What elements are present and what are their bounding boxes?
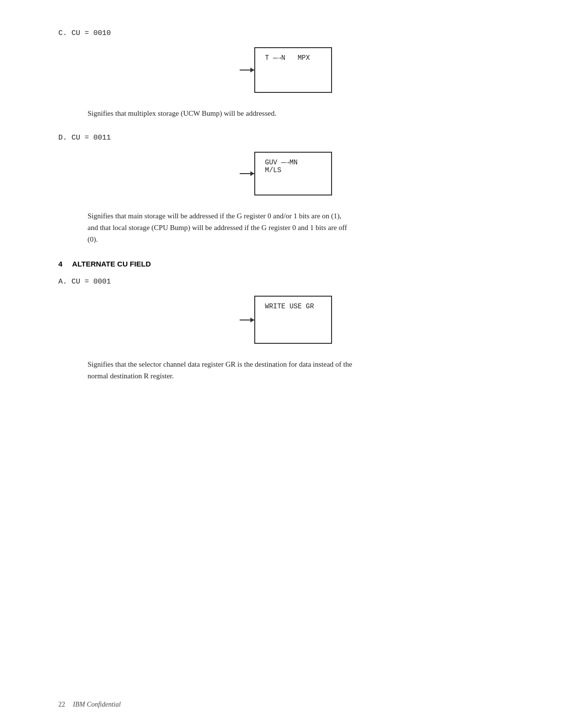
section-c: C. CU = 0010 T —→N MPX Signifies that mu… bbox=[58, 29, 513, 119]
section-4a: A. CU = 0001 WRITE USE GR Signifies that… bbox=[58, 278, 513, 382]
diagram-4a-box: WRITE USE GR bbox=[254, 296, 332, 344]
diagram-4a-line1: WRITE USE GR bbox=[265, 302, 321, 310]
connector-4a bbox=[240, 320, 254, 320]
section-d-description: Signifies that main storage will be addr… bbox=[88, 210, 513, 245]
footer-page-number: 22 bbox=[58, 701, 65, 709]
section-4-title: ALTERNATE CU FIELD bbox=[72, 260, 151, 268]
section-c-label: C. CU = 0010 bbox=[58, 29, 513, 37]
diagram-d-wrapper: GUV —→MN M/LS bbox=[240, 152, 332, 195]
diagram-4a-wrapper: WRITE USE GR bbox=[240, 296, 332, 344]
section-4a-label: A. CU = 0001 bbox=[58, 278, 513, 286]
footer-title: IBM Confidential bbox=[73, 701, 121, 709]
section-c-diagram: T —→N MPX bbox=[58, 47, 513, 93]
diagram-d-box: GUV —→MN M/LS bbox=[254, 152, 332, 195]
page: C. CU = 0010 T —→N MPX Signifies that mu… bbox=[0, 0, 562, 728]
diagram-c-line1: T —→N MPX bbox=[265, 54, 321, 62]
diagram-d-line1: GUV —→MN bbox=[265, 159, 321, 166]
section-d-diagram: GUV —→MN M/LS bbox=[58, 152, 513, 195]
diagram-c-box: T —→N MPX bbox=[254, 47, 332, 93]
section-c-description: Signifies that multiplex storage (UCW Bu… bbox=[88, 107, 513, 119]
section-d-label: D. CU = 0011 bbox=[58, 134, 513, 142]
diagram-d-spacer bbox=[265, 174, 321, 189]
section-4-number: 4 bbox=[58, 260, 62, 268]
diagram-c-wrapper: T —→N MPX bbox=[240, 47, 332, 93]
diagram-d-line2: M/LS bbox=[265, 166, 321, 174]
section-4a-diagram: WRITE USE GR bbox=[58, 296, 513, 344]
diagram-4a-spacer bbox=[265, 310, 321, 337]
section-d: D. CU = 0011 GUV —→MN M/LS Signifies tha… bbox=[58, 134, 513, 245]
diagram-c-spacer bbox=[265, 71, 321, 86]
connector-c bbox=[240, 70, 254, 71]
footer: 22 IBM Confidential bbox=[58, 701, 121, 709]
section-4a-description: Signifies that the selector channel data… bbox=[88, 358, 513, 382]
connector-d bbox=[240, 173, 254, 174]
section-4-heading: 4 ALTERNATE CU FIELD bbox=[58, 260, 513, 268]
